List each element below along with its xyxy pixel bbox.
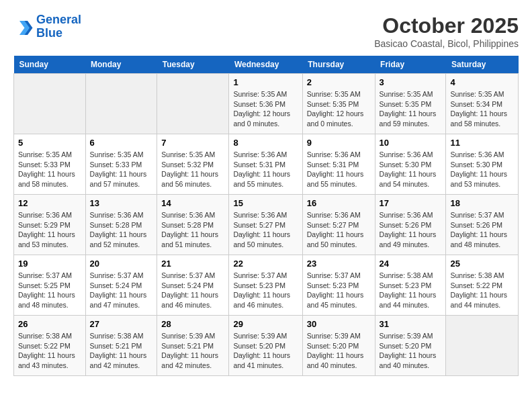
day-info: Sunrise: 5:36 AM Sunset: 5:30 PM Dayligh… bbox=[450, 150, 514, 189]
day-info: Sunrise: 5:38 AM Sunset: 5:21 PM Dayligh… bbox=[90, 331, 153, 371]
day-number: 5 bbox=[18, 138, 81, 148]
day-info: Sunrise: 5:36 AM Sunset: 5:31 PM Dayligh… bbox=[233, 150, 298, 189]
day-number: 15 bbox=[233, 198, 298, 208]
calendar-cell: 11Sunrise: 5:36 AM Sunset: 5:30 PM Dayli… bbox=[446, 134, 519, 195]
calendar-cell bbox=[14, 74, 86, 134]
calendar-week-1: 1Sunrise: 5:35 AM Sunset: 5:36 PM Daylig… bbox=[14, 74, 519, 134]
calendar-cell: 16Sunrise: 5:36 AM Sunset: 5:27 PM Dayli… bbox=[302, 195, 375, 255]
calendar-cell bbox=[157, 74, 229, 134]
calendar-cell: 10Sunrise: 5:36 AM Sunset: 5:30 PM Dayli… bbox=[375, 134, 446, 195]
calendar-cell: 27Sunrise: 5:38 AM Sunset: 5:21 PM Dayli… bbox=[85, 316, 157, 376]
calendar-cell: 5Sunrise: 5:35 AM Sunset: 5:33 PM Daylig… bbox=[14, 134, 86, 195]
day-info: Sunrise: 5:36 AM Sunset: 5:27 PM Dayligh… bbox=[307, 210, 371, 250]
day-info: Sunrise: 5:36 AM Sunset: 5:29 PM Dayligh… bbox=[18, 210, 81, 250]
day-number: 22 bbox=[233, 259, 298, 269]
day-number: 11 bbox=[450, 138, 514, 148]
calendar-cell bbox=[446, 316, 519, 376]
day-info: Sunrise: 5:37 AM Sunset: 5:24 PM Dayligh… bbox=[90, 271, 153, 310]
day-number: 7 bbox=[161, 138, 224, 148]
calendar-cell: 29Sunrise: 5:39 AM Sunset: 5:20 PM Dayli… bbox=[229, 316, 302, 376]
day-info: Sunrise: 5:35 AM Sunset: 5:36 PM Dayligh… bbox=[233, 89, 298, 129]
day-number: 14 bbox=[161, 198, 224, 208]
day-number: 21 bbox=[161, 259, 224, 269]
calendar-cell: 4Sunrise: 5:35 AM Sunset: 5:34 PM Daylig… bbox=[446, 74, 519, 134]
calendar-cell bbox=[85, 74, 157, 134]
day-tuesday: Tuesday bbox=[157, 56, 229, 74]
day-number: 28 bbox=[161, 319, 224, 329]
day-number: 2 bbox=[307, 77, 371, 87]
day-info: Sunrise: 5:36 AM Sunset: 5:30 PM Dayligh… bbox=[380, 150, 442, 189]
calendar-week-5: 26Sunrise: 5:38 AM Sunset: 5:22 PM Dayli… bbox=[14, 316, 519, 376]
day-info: Sunrise: 5:35 AM Sunset: 5:34 PM Dayligh… bbox=[450, 89, 514, 129]
day-number: 13 bbox=[90, 198, 153, 208]
day-wednesday: Wednesday bbox=[229, 56, 302, 74]
day-info: Sunrise: 5:35 AM Sunset: 5:33 PM Dayligh… bbox=[18, 150, 81, 189]
calendar-cell: 24Sunrise: 5:38 AM Sunset: 5:23 PM Dayli… bbox=[375, 255, 446, 316]
day-info: Sunrise: 5:38 AM Sunset: 5:22 PM Dayligh… bbox=[18, 331, 81, 371]
month-title: October 2025 bbox=[374, 13, 519, 38]
calendar-cell: 3Sunrise: 5:35 AM Sunset: 5:35 PM Daylig… bbox=[375, 74, 446, 134]
calendar-cell: 6Sunrise: 5:35 AM Sunset: 5:33 PM Daylig… bbox=[85, 134, 157, 195]
day-info: Sunrise: 5:36 AM Sunset: 5:28 PM Dayligh… bbox=[161, 210, 224, 250]
days-of-week-row: Sunday Monday Tuesday Wednesday Thursday… bbox=[14, 56, 519, 74]
day-monday: Monday bbox=[85, 56, 157, 74]
calendar-week-2: 5Sunrise: 5:35 AM Sunset: 5:33 PM Daylig… bbox=[14, 134, 519, 195]
logo-icon bbox=[13, 17, 34, 37]
day-number: 27 bbox=[90, 319, 153, 329]
calendar-cell: 1Sunrise: 5:35 AM Sunset: 5:36 PM Daylig… bbox=[229, 74, 302, 134]
day-number: 3 bbox=[380, 77, 442, 87]
day-info: Sunrise: 5:39 AM Sunset: 5:20 PM Dayligh… bbox=[233, 331, 298, 371]
calendar-cell: 21Sunrise: 5:37 AM Sunset: 5:24 PM Dayli… bbox=[157, 255, 229, 316]
day-number: 29 bbox=[233, 319, 298, 329]
calendar-cell: 30Sunrise: 5:39 AM Sunset: 5:20 PM Dayli… bbox=[302, 316, 375, 376]
logo: General Blue bbox=[13, 13, 81, 40]
day-number: 9 bbox=[307, 138, 371, 148]
calendar-cell: 14Sunrise: 5:36 AM Sunset: 5:28 PM Dayli… bbox=[157, 195, 229, 255]
calendar-week-4: 19Sunrise: 5:37 AM Sunset: 5:25 PM Dayli… bbox=[14, 255, 519, 316]
day-number: 19 bbox=[18, 259, 81, 269]
calendar-cell: 8Sunrise: 5:36 AM Sunset: 5:31 PM Daylig… bbox=[229, 134, 302, 195]
day-info: Sunrise: 5:35 AM Sunset: 5:33 PM Dayligh… bbox=[90, 150, 153, 189]
calendar-cell: 17Sunrise: 5:36 AM Sunset: 5:26 PM Dayli… bbox=[375, 195, 446, 255]
day-info: Sunrise: 5:37 AM Sunset: 5:23 PM Dayligh… bbox=[233, 271, 298, 310]
page-header: General Blue October 2025 Basicao Coasta… bbox=[13, 13, 519, 49]
logo-line2: Blue bbox=[36, 26, 62, 40]
day-number: 10 bbox=[380, 138, 442, 148]
title-block: October 2025 Basicao Coastal, Bicol, Phi… bbox=[374, 13, 519, 49]
day-number: 1 bbox=[233, 77, 298, 87]
calendar-header: Sunday Monday Tuesday Wednesday Thursday… bbox=[14, 56, 519, 74]
calendar-cell: 23Sunrise: 5:37 AM Sunset: 5:23 PM Dayli… bbox=[302, 255, 375, 316]
day-info: Sunrise: 5:39 AM Sunset: 5:20 PM Dayligh… bbox=[307, 331, 371, 371]
day-number: 26 bbox=[18, 319, 81, 329]
calendar-cell: 28Sunrise: 5:39 AM Sunset: 5:21 PM Dayli… bbox=[157, 316, 229, 376]
calendar-body: 1Sunrise: 5:35 AM Sunset: 5:36 PM Daylig… bbox=[14, 74, 519, 376]
day-info: Sunrise: 5:36 AM Sunset: 5:31 PM Dayligh… bbox=[307, 150, 371, 189]
calendar-cell: 25Sunrise: 5:38 AM Sunset: 5:22 PM Dayli… bbox=[446, 255, 519, 316]
day-friday: Friday bbox=[375, 56, 446, 74]
calendar-table: Sunday Monday Tuesday Wednesday Thursday… bbox=[13, 56, 519, 376]
calendar-cell: 9Sunrise: 5:36 AM Sunset: 5:31 PM Daylig… bbox=[302, 134, 375, 195]
day-info: Sunrise: 5:36 AM Sunset: 5:28 PM Dayligh… bbox=[90, 210, 153, 250]
day-number: 20 bbox=[90, 259, 153, 269]
day-number: 6 bbox=[90, 138, 153, 148]
logo-line1: General bbox=[36, 13, 81, 26]
day-info: Sunrise: 5:35 AM Sunset: 5:35 PM Dayligh… bbox=[307, 89, 371, 129]
day-info: Sunrise: 5:37 AM Sunset: 5:25 PM Dayligh… bbox=[18, 271, 81, 310]
calendar-cell: 20Sunrise: 5:37 AM Sunset: 5:24 PM Dayli… bbox=[85, 255, 157, 316]
day-saturday: Saturday bbox=[446, 56, 519, 74]
calendar-cell: 15Sunrise: 5:36 AM Sunset: 5:27 PM Dayli… bbox=[229, 195, 302, 255]
day-sunday: Sunday bbox=[14, 56, 86, 74]
day-number: 25 bbox=[450, 259, 514, 269]
day-number: 16 bbox=[307, 198, 371, 208]
day-info: Sunrise: 5:36 AM Sunset: 5:26 PM Dayligh… bbox=[380, 210, 442, 250]
calendar-cell: 19Sunrise: 5:37 AM Sunset: 5:25 PM Dayli… bbox=[14, 255, 86, 316]
day-number: 8 bbox=[233, 138, 298, 148]
day-info: Sunrise: 5:38 AM Sunset: 5:22 PM Dayligh… bbox=[450, 271, 514, 310]
day-info: Sunrise: 5:37 AM Sunset: 5:24 PM Dayligh… bbox=[161, 271, 224, 310]
day-number: 24 bbox=[380, 259, 442, 269]
day-number: 4 bbox=[450, 77, 514, 87]
day-info: Sunrise: 5:35 AM Sunset: 5:32 PM Dayligh… bbox=[161, 150, 224, 189]
location-subtitle: Basicao Coastal, Bicol, Philippines bbox=[374, 38, 519, 49]
day-number: 23 bbox=[307, 259, 371, 269]
logo-text: General Blue bbox=[36, 13, 81, 40]
